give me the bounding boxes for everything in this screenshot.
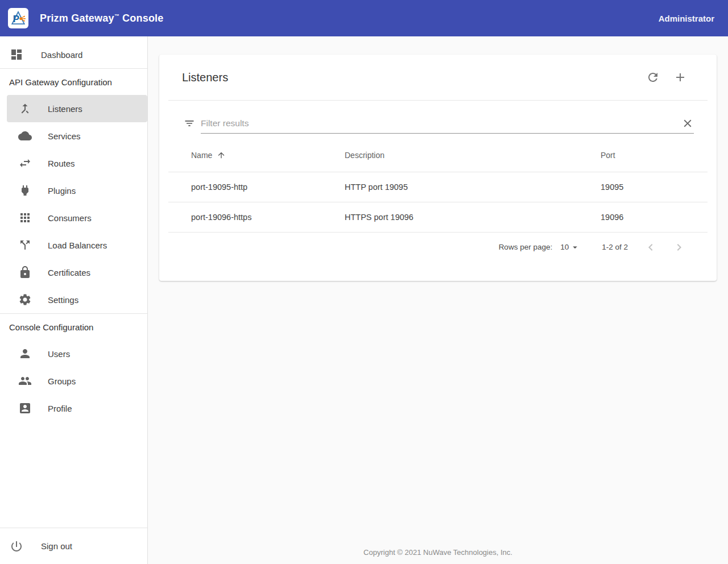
sidebar-item-label: Profile: [48, 404, 72, 413]
cell-name: port-19095-http: [168, 172, 322, 202]
sidebar-item-label: Consumers: [48, 213, 92, 223]
sidebar-item-certificates[interactable]: Certificates: [0, 259, 147, 286]
section-console-configuration: Console Configuration: [0, 314, 147, 340]
cell-description: HTTPS port 19096: [322, 202, 578, 232]
cell-name: port-19096-https: [168, 202, 322, 232]
prizm-logo-icon: P: [10, 10, 27, 27]
prizm-logo: P: [8, 8, 28, 28]
refresh-button[interactable]: [646, 70, 660, 84]
clear-filter-button[interactable]: [681, 117, 694, 130]
chevron-right-icon: [672, 240, 686, 254]
sidebar-item-label: Routes: [48, 159, 75, 168]
top-app-bar: P Prizm Gateway™ Console Administrator: [0, 0, 728, 36]
sidebar-item-label: Settings: [48, 295, 78, 305]
sidebar-item-label: Dashboard: [41, 50, 82, 60]
column-header-name[interactable]: Name: [168, 139, 322, 172]
sidebar-item-listeners[interactable]: Listeners: [7, 95, 147, 122]
sidebar-item-routes[interactable]: Routes: [0, 150, 147, 177]
filter-row: [184, 112, 694, 134]
power-plug-icon: [18, 184, 32, 197]
app-title: Prizm Gateway™ Console: [40, 13, 163, 24]
dashboard-icon: [10, 48, 23, 61]
sidebar-item-label: Services: [48, 131, 81, 141]
add-listener-button[interactable]: [673, 70, 687, 84]
lock-icon: [18, 266, 32, 279]
app-root: P Prizm Gateway™ Console Administrator: [0, 0, 728, 564]
sidebar-item-groups[interactable]: Groups: [0, 367, 147, 395]
sidebar-item-label: Listeners: [48, 104, 82, 114]
current-user-label: Administrator: [659, 14, 714, 23]
sidebar-item-plugins[interactable]: Plugins: [0, 177, 147, 204]
chevron-left-icon: [644, 240, 657, 254]
sidebar-item-load-balancers[interactable]: Load Balancers: [0, 231, 147, 259]
filter-icon: [184, 118, 195, 129]
sidebar-item-label: Load Balancers: [48, 240, 107, 250]
listeners-card-header: Listeners: [168, 55, 708, 101]
column-header-description: Description: [322, 139, 578, 172]
cell-port: 19095: [578, 172, 708, 202]
gear-icon: [18, 293, 32, 306]
listeners-table: Name Description Port port-19095-http HT…: [168, 139, 708, 233]
rows-per-page-select[interactable]: 10: [560, 242, 580, 252]
swap-horiz-icon: [18, 156, 32, 170]
cloud-icon: [18, 129, 32, 143]
call-merge-icon: [18, 102, 32, 115]
sidebar-item-label: Plugins: [48, 186, 76, 196]
cell-port: 19096: [578, 202, 708, 232]
power-icon: [10, 540, 23, 553]
sidebar-item-services[interactable]: Services: [0, 122, 147, 150]
sidebar-item-label: Users: [48, 349, 70, 359]
page-title: Listeners: [182, 71, 228, 84]
sidebar-item-dashboard[interactable]: Dashboard: [0, 41, 147, 68]
filter-input[interactable]: [201, 118, 681, 128]
people-icon: [18, 374, 32, 388]
plus-icon: [673, 70, 687, 84]
trademark-symbol: ™: [114, 13, 119, 19]
call-split-icon: [18, 238, 32, 252]
person-icon: [18, 347, 32, 360]
close-icon: [681, 117, 694, 130]
sidebar-item-label: Certificates: [48, 268, 90, 277]
column-header-port: Port: [578, 139, 708, 172]
sign-out-button[interactable]: Sign out: [0, 528, 147, 564]
sidebar-nav: Dashboard API Gateway Configuration List…: [0, 36, 148, 564]
sign-out-label: Sign out: [41, 541, 72, 551]
previous-page-button[interactable]: [644, 240, 657, 254]
chevron-down-icon: [570, 242, 580, 252]
rows-per-page-label: Rows per page:: [499, 243, 553, 251]
next-page-button[interactable]: [672, 240, 686, 254]
contact-card-icon: [18, 401, 32, 415]
sidebar-item-label: Groups: [48, 376, 76, 386]
main-content: Listeners: [148, 36, 728, 564]
sidebar-item-consumers[interactable]: Consumers: [0, 204, 147, 231]
table-header-row: Name Description Port: [168, 139, 708, 172]
sidebar-item-settings[interactable]: Settings: [0, 286, 147, 313]
sort-ascending-icon: [217, 151, 226, 160]
table-row[interactable]: port-19095-http HTTP port 19095 19095: [168, 172, 708, 202]
pagination-range-label: 1-2 of 2: [602, 243, 628, 251]
cell-description: HTTP port 19095: [322, 172, 578, 202]
listeners-card: Listeners: [159, 55, 717, 281]
refresh-icon: [646, 70, 660, 84]
svg-text:P: P: [13, 14, 19, 24]
section-api-gateway-configuration: API Gateway Configuration: [0, 69, 147, 95]
table-pagination: Rows per page: 10 1-2 of 2: [159, 233, 717, 262]
sidebar-item-users[interactable]: Users: [0, 340, 147, 367]
copyright-footer: Copyright © 2021 NuWave Technologies, In…: [148, 548, 728, 564]
apps-grid-icon: [18, 211, 32, 225]
sidebar-item-profile[interactable]: Profile: [0, 395, 147, 422]
table-row[interactable]: port-19096-https HTTPS port 19096 19096: [168, 202, 708, 232]
